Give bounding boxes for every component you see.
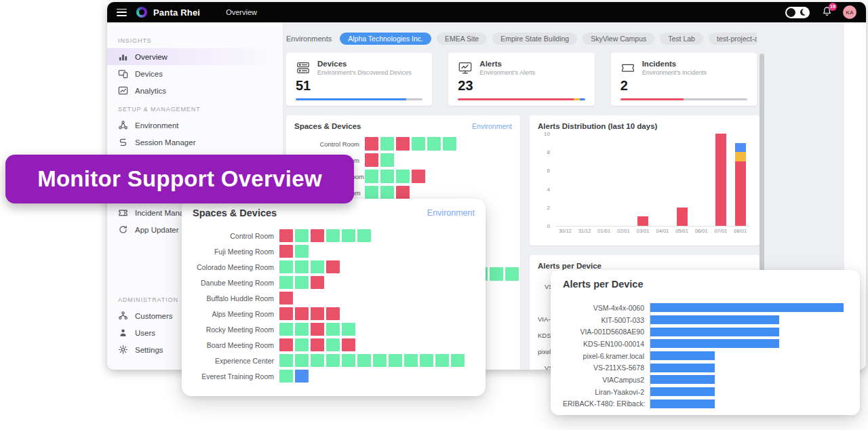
heatmap-cell-ok[interactable] <box>279 260 293 273</box>
heatmap-cell-ok[interactable] <box>279 370 293 383</box>
heatmap-cell-ok[interactable] <box>279 276 293 289</box>
heatmap-cell-ok[interactable] <box>435 354 449 367</box>
heatmap-cell-alert[interactable] <box>279 245 293 258</box>
env-tab-alpha-technologies-inc[interactable]: Alpha Technologies Inc. <box>340 33 431 45</box>
heatmap-cell-ok[interactable] <box>490 267 503 281</box>
heatmap-cell-alert[interactable] <box>279 338 293 351</box>
heatmap-cell-ok[interactable] <box>505 267 519 281</box>
heatmap-cell-ok[interactable] <box>389 354 402 367</box>
heatmap-row-experience-center: Experience Center <box>193 353 475 368</box>
stat-card-progress <box>458 98 585 100</box>
bar-slot-04-01 <box>653 134 673 226</box>
heatmap-cell-alert[interactable] <box>279 292 293 305</box>
heatmap-cell-ok[interactable] <box>295 229 309 242</box>
heatmap-cell-ok[interactable] <box>326 354 340 367</box>
heatmap-row-everest-training-room: Everest Training Room <box>193 368 475 384</box>
alert-count-bar <box>650 339 779 348</box>
stat-card-value: 23 <box>458 78 585 94</box>
heatmap-cell-ok[interactable] <box>326 323 340 336</box>
env-tab-emea-site[interactable]: EMEA Site <box>437 33 487 45</box>
panel-title: Alerts Distribution (last 10 days) <box>538 122 751 130</box>
heatmap-cell-ok[interactable] <box>443 137 456 151</box>
heatmap-cell-ok[interactable] <box>404 354 418 367</box>
heatmap-cell-ok[interactable] <box>380 137 394 151</box>
heatmap-cell-ok[interactable] <box>451 354 465 367</box>
panel-title: Spaces & Devices <box>193 208 277 218</box>
heatmap-cell-alert[interactable] <box>396 186 410 199</box>
heatmap-cell-alert[interactable] <box>326 307 340 320</box>
heatmap-cell-ok[interactable] <box>295 260 309 273</box>
heatmap-cell-ok[interactable] <box>279 354 293 367</box>
device-row-vsm-4x4x-0060: VSM-4x4x-0060 <box>563 302 848 314</box>
heatmap-cell-ok[interactable] <box>365 186 378 199</box>
heatmap-cell-alert[interactable] <box>365 153 378 167</box>
heatmap-cell-ok[interactable] <box>427 137 441 151</box>
heatmap-cell-ok[interactable] <box>311 260 324 273</box>
avatar[interactable]: KA <box>843 5 856 19</box>
stat-card-header: IncidentsEnvironment's Incidents <box>620 60 747 76</box>
heatmap-cell-alert[interactable] <box>311 338 324 351</box>
heatmap-cell-ok[interactable] <box>295 338 309 351</box>
environments-label: Environments <box>286 35 332 43</box>
sidebar-item-session-manager[interactable]: Session Manager <box>107 134 283 151</box>
env-tab-empire-state-building[interactable]: Empire State Building <box>492 33 577 45</box>
heatmap-cell-ok[interactable] <box>295 245 309 258</box>
device-label: VIACampus2 <box>563 376 650 384</box>
moon-icon <box>800 9 807 16</box>
environment-link[interactable]: Environment <box>472 122 512 130</box>
notifications-button[interactable]: 19 <box>822 6 832 19</box>
app-logo-icon <box>136 7 147 18</box>
heatmap-cell-ok[interactable] <box>365 170 378 183</box>
env-tab-test-lab[interactable]: Test Lab <box>660 33 703 45</box>
theme-toggle[interactable] <box>785 7 810 18</box>
heatmap-cell-ok[interactable] <box>326 229 340 242</box>
heatmap-cell-ok[interactable] <box>342 354 355 367</box>
environment-link[interactable]: Environment <box>427 208 475 218</box>
stat-card-value: 51 <box>296 78 422 94</box>
heatmap-cell-alert[interactable] <box>311 276 324 289</box>
sidebar-item-analytics[interactable]: Analytics <box>107 82 283 99</box>
heatmap-cell-ok[interactable] <box>295 323 309 336</box>
heatmap-cell-ok[interactable] <box>373 354 387 367</box>
env-tab-test-project-a[interactable]: test-project-a <box>709 33 757 45</box>
heatmap-cell-alert[interactable] <box>326 260 340 273</box>
heatmap-cell-alert[interactable] <box>279 307 293 320</box>
heatmap-cell-alert[interactable] <box>342 338 355 351</box>
heatmap-cell-alert[interactable] <box>279 229 293 242</box>
heatmap-row-label: Alps Meeting Room <box>193 310 279 318</box>
heatmap-cell-ok[interactable] <box>342 229 355 242</box>
heatmap-cell-ok[interactable] <box>342 323 355 336</box>
sidebar-item-label: Devices <box>135 70 163 78</box>
heatmap-cell-ok[interactable] <box>380 170 394 183</box>
heatmap-cell-ok[interactable] <box>295 276 309 289</box>
stat-card-title: Devices <box>317 60 412 68</box>
bar-segment-critical <box>735 161 746 226</box>
heatmap-cell-ok[interactable] <box>357 354 371 367</box>
heatmap-cell-ok[interactable] <box>279 323 293 336</box>
heatmap-cell-ok[interactable] <box>420 354 433 367</box>
menu-icon[interactable] <box>117 9 127 16</box>
heatmap-cell-alert[interactable] <box>295 307 309 320</box>
heatmap-cell-ok[interactable] <box>311 354 324 367</box>
heatmap-cell-alert[interactable] <box>311 307 324 320</box>
heatmap-cell-ok[interactable] <box>396 170 410 183</box>
sidebar-item-overview[interactable]: Overview <box>107 48 283 65</box>
sidebar-item-devices[interactable]: Devices <box>107 65 283 82</box>
x-axis-tick: 04/01 <box>653 228 673 236</box>
device-row-eriback-t480-eriback: ERIBACK-T480: ERiback: <box>563 398 848 410</box>
heatmap-cell-info[interactable] <box>295 370 309 383</box>
sidebar-item-environment[interactable]: Environment <box>107 117 283 134</box>
stat-card-subtitle: Environment's Incidents <box>642 69 707 76</box>
heatmap-cell-ok[interactable] <box>295 354 309 367</box>
heatmap-cell-ok[interactable] <box>380 153 394 167</box>
heatmap-cell-ok[interactable] <box>412 137 425 151</box>
heatmap-cell-alert[interactable] <box>365 137 378 151</box>
heatmap-cell-alert[interactable] <box>396 137 410 151</box>
heatmap-cell-alert[interactable] <box>412 170 425 183</box>
env-tab-skyview-campus[interactable]: SkyView Campus <box>583 33 654 45</box>
heatmap-cell-alert[interactable] <box>311 323 324 336</box>
heatmap-cell-ok[interactable] <box>326 338 340 351</box>
heatmap-cell-ok[interactable] <box>380 186 394 199</box>
heatmap-cell-ok[interactable] <box>357 229 371 242</box>
heatmap-cell-alert[interactable] <box>311 229 324 242</box>
